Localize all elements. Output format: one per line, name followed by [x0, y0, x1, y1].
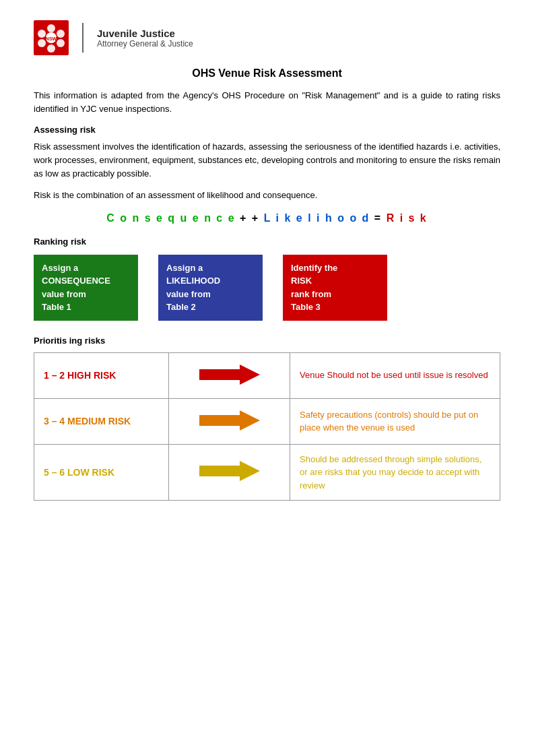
low-risk-label: 5 – 6 LOW RISK	[34, 444, 169, 501]
formula-equals-sym: =	[374, 212, 387, 224]
svg-text:NSW: NSW	[46, 36, 57, 41]
prio-heading: Prioritis ing risks	[34, 336, 500, 346]
medium-risk-label: 3 – 4 MEDIUM RISK	[34, 398, 169, 444]
svg-point-4	[47, 44, 55, 53]
box-consequence: Assign a CONSEQUENCE value from Table 1	[34, 255, 138, 321]
high-action-text: Venue Should not be used until issue is …	[290, 352, 500, 398]
formula-likelihood: L i k e l i h o o d	[264, 212, 370, 224]
ranking-boxes-row: Assign a CONSEQUENCE value from Table 1 …	[34, 255, 500, 321]
table-row: 1 – 2 HIGH RISK Venue Should not be used…	[34, 352, 500, 398]
low-arrow-cell	[169, 444, 290, 501]
box-risk-rank: Identify the RISK rank from Table 3	[283, 255, 387, 321]
org-name: Juvenile Justice	[97, 28, 193, 39]
page-header: NSW Juvenile Justice Attorney General & …	[34, 20, 500, 55]
high-arrow-cell	[169, 352, 290, 398]
formula-consequence: C o n s e q u e n c e	[106, 212, 235, 224]
assessing-para1: Risk assessment involves the identificat…	[34, 140, 500, 181]
org-sub: Attorney General & Justice	[97, 39, 193, 49]
svg-point-1	[47, 24, 55, 32]
svg-marker-9	[199, 365, 260, 385]
svg-point-6	[38, 30, 46, 38]
medium-action-text: Safety precautions (controls) should be …	[290, 398, 500, 444]
box-likelihood: Assign a LIKELIHOOD value from Table 2	[158, 255, 263, 321]
table-row: 5 – 6 LOW RISK Should be addressed throu…	[34, 444, 500, 501]
org-text: Juvenile Justice Attorney General & Just…	[97, 28, 193, 49]
formula-plus-sym: +	[252, 212, 264, 224]
assessing-heading: Assessing risk	[34, 125, 500, 135]
svg-marker-10	[199, 410, 260, 431]
intro-paragraph: This information is adapted from the Age…	[34, 89, 500, 115]
formula-plus: +	[240, 212, 247, 224]
svg-point-2	[57, 30, 65, 38]
assessing-para2: Risk is the combination of an assessment…	[34, 189, 500, 202]
high-arrow-icon	[199, 361, 260, 388]
low-arrow-icon	[199, 458, 260, 484]
svg-marker-11	[199, 461, 260, 481]
nsw-logo: NSW	[34, 20, 69, 55]
formula-line: C o n s e q u e n c e + + L i k e l i h …	[34, 212, 500, 224]
logo-divider	[82, 23, 84, 53]
medium-arrow-icon	[199, 407, 260, 434]
low-action-text: Should be addressed through simple solut…	[290, 444, 500, 501]
risk-priority-table: 1 – 2 HIGH RISK Venue Should not be used…	[34, 352, 500, 501]
svg-point-3	[57, 39, 65, 47]
ranking-heading: Ranking risk	[34, 237, 500, 247]
formula-risk: R i s k	[387, 212, 428, 224]
high-risk-label: 1 – 2 HIGH RISK	[34, 352, 169, 398]
logo-block: NSW Juvenile Justice Attorney General & …	[34, 20, 193, 55]
page-title: OHS Venue Risk Assessment	[34, 67, 500, 80]
table-row: 3 – 4 MEDIUM RISK Safety precautions (co…	[34, 398, 500, 444]
svg-point-5	[38, 39, 46, 47]
medium-arrow-cell	[169, 398, 290, 444]
